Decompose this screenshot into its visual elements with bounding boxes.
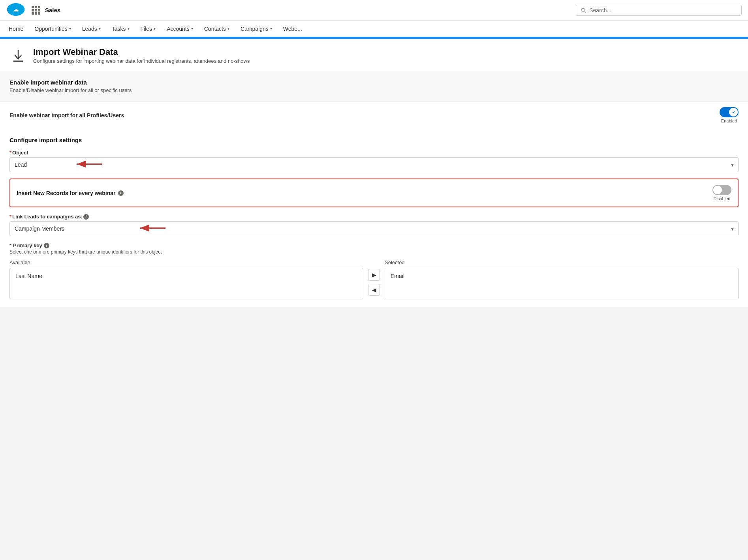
pk-available-list: Last Name xyxy=(9,268,363,299)
svg-line-3 xyxy=(584,11,586,12)
nav-item-webex[interactable]: Webe... xyxy=(278,21,308,37)
chevron-down-icon: ▾ xyxy=(99,26,101,31)
required-marker: * xyxy=(9,242,11,248)
primary-key-title: * Primary key i xyxy=(9,242,739,248)
page-header: Import Webinar Data Configure settings f… xyxy=(0,39,748,71)
chevron-down-icon: ▾ xyxy=(191,26,193,31)
app-name: Sales xyxy=(45,7,60,13)
insert-records-status: Disabled xyxy=(714,196,731,201)
pk-selected-column: Selected Email xyxy=(385,259,739,299)
pk-transfer-left-button[interactable]: ◀ xyxy=(368,284,380,296)
chevron-down-icon: ▾ xyxy=(154,26,156,31)
pk-transfer-buttons: ▶ ◀ xyxy=(368,259,380,296)
main-content: Import Webinar Data Configure settings f… xyxy=(0,38,748,307)
nav-item-files[interactable]: Files ▾ xyxy=(135,21,162,37)
nav-item-accounts[interactable]: Accounts ▾ xyxy=(161,21,199,37)
nav-item-home[interactable]: Home xyxy=(3,21,29,37)
svg-point-2 xyxy=(582,8,585,11)
link-leads-select[interactable]: Campaign Members Campaign Respondents xyxy=(9,221,739,236)
svg-text:☁: ☁ xyxy=(13,6,19,13)
enable-section-title: Enable import webinar data xyxy=(9,79,739,86)
link-leads-info-icon[interactable]: i xyxy=(83,214,89,220)
search-input[interactable] xyxy=(589,7,737,13)
link-leads-select-wrapper: Campaign Members Campaign Respondents ▾ xyxy=(9,221,739,236)
object-select[interactable]: Lead Contact xyxy=(9,157,739,172)
search-icon xyxy=(581,8,586,13)
chevron-down-icon: ▾ xyxy=(270,26,272,31)
primary-key-info-icon[interactable]: i xyxy=(44,243,49,248)
insert-records-toggle[interactable] xyxy=(712,185,731,195)
nav-bar: Home Opportunities ▾ Leads ▾ Tasks ▾ Fil… xyxy=(0,21,748,38)
configure-section-title: Configure import settings xyxy=(9,137,739,143)
insert-records-toggle-group[interactable]: Disabled xyxy=(712,185,731,201)
pk-selected-list: Email xyxy=(385,268,739,299)
list-item[interactable]: Email xyxy=(388,271,735,281)
pk-selected-header: Selected xyxy=(385,259,739,265)
link-leads-field-label: * Link Leads to campaigns as: i xyxy=(9,214,739,220)
nav-item-contacts[interactable]: Contacts ▾ xyxy=(199,21,235,37)
enable-section: Enable import webinar data Enable/Disabl… xyxy=(0,71,748,101)
enable-section-subtitle: Enable/Disable webinar import for all or… xyxy=(9,87,739,93)
configure-section: Configure import settings * Object xyxy=(0,129,748,172)
insert-records-row: Insert New Records for every webinar i D… xyxy=(9,179,739,207)
nav-item-tasks[interactable]: Tasks ▾ xyxy=(106,21,135,37)
import-icon xyxy=(9,47,27,64)
enable-toggle[interactable] xyxy=(720,107,739,117)
primary-key-section: * Primary key i Select one or more prima… xyxy=(0,242,748,307)
nav-item-campaigns[interactable]: Campaigns ▾ xyxy=(235,21,278,37)
toggle-row-label: Enable webinar import for all Profiles/U… xyxy=(9,112,124,118)
insert-records-info-icon[interactable]: i xyxy=(118,190,124,196)
top-bar: ☁ Sales xyxy=(0,0,748,21)
toggle-knob xyxy=(729,108,738,117)
insert-records-toggle-knob xyxy=(713,186,722,194)
apps-grid-icon[interactable] xyxy=(32,6,40,15)
chevron-down-icon: ▾ xyxy=(227,26,229,31)
object-field-label: * Object xyxy=(9,150,739,156)
nav-item-leads[interactable]: Leads ▾ xyxy=(77,21,106,37)
page-header-text: Import Webinar Data Configure settings f… xyxy=(33,47,250,64)
nav-item-opportunities[interactable]: Opportunities ▾ xyxy=(29,21,76,37)
object-select-wrapper: Lead Contact ▾ xyxy=(9,157,739,172)
insert-records-label: Insert New Records for every webinar i xyxy=(17,190,124,196)
chevron-down-icon: ▾ xyxy=(69,26,71,31)
primary-key-subtitle: Select one or more primary keys that are… xyxy=(9,249,739,255)
toggle-row: Enable webinar import for all Profiles/U… xyxy=(0,101,748,129)
page-title: Import Webinar Data xyxy=(33,47,250,57)
required-marker: * xyxy=(9,150,11,156)
toggle-status-label: Enabled xyxy=(721,118,737,123)
object-field-group: * Object Lead xyxy=(9,150,739,172)
pk-transfer-right-button[interactable]: ▶ xyxy=(368,269,380,281)
chevron-down-icon: ▾ xyxy=(128,26,130,31)
required-marker: * xyxy=(9,214,11,220)
link-leads-field-group: * Link Leads to campaigns as: i Campaign… xyxy=(0,214,748,242)
list-item[interactable]: Last Name xyxy=(13,271,360,281)
toggle-group-enabled[interactable]: Enabled xyxy=(720,107,739,123)
page-subtitle: Configure settings for importing webinar… xyxy=(33,58,250,64)
salesforce-logo: ☁ xyxy=(6,3,25,17)
search-bar xyxy=(576,5,742,16)
pk-available-header: Available xyxy=(9,259,363,265)
pk-available-column: Available Last Name xyxy=(9,259,363,299)
pk-columns: Available Last Name ▶ ◀ Selected Email xyxy=(9,259,739,299)
